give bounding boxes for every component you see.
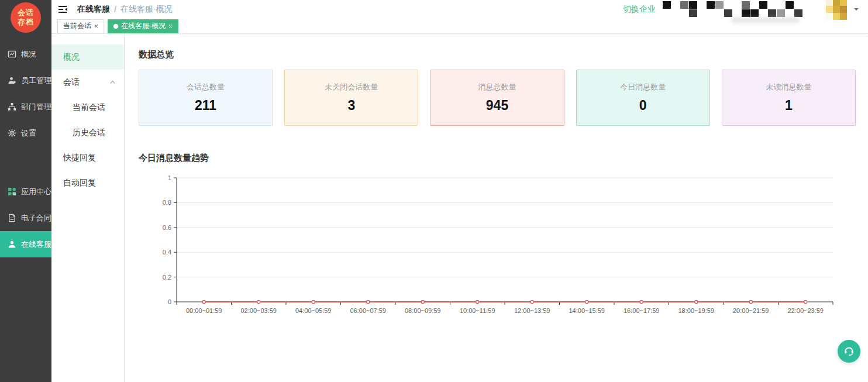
- tab-current-session[interactable]: 当前会话×: [57, 19, 104, 33]
- svg-text:16:00~17:59: 16:00~17:59: [624, 307, 659, 314]
- stat-cards: 会话总数量211未关闭会话数量3消息总数量945今日消息数量0未读消息数量1: [139, 70, 856, 126]
- stat-card-label: 会话总数量: [187, 82, 225, 92]
- sidebar-item-employee-management[interactable]: 员工管理: [0, 67, 51, 94]
- headset-icon: [843, 345, 855, 359]
- main-sidebar: 会话 存档 概况员工管理部门管理设置应用中心电子合同在线客服: [0, 0, 51, 382]
- svg-text:00:00~01:59: 00:00~01:59: [186, 307, 222, 314]
- sidebar-item-label: 设置: [21, 128, 36, 139]
- customer-service-fab[interactable]: [838, 340, 860, 363]
- nav-row: 在线客服 / 在线客服-概况 切换企业: [51, 0, 868, 18]
- main-content: 数据总览 会话总数量211未关闭会话数量3消息总数量945今日消息数量0未读消息…: [125, 34, 868, 382]
- submenu-item-label: 快捷回复: [63, 153, 96, 163]
- overview-section-title: 数据总览: [139, 49, 868, 60]
- stat-card-label: 未关闭会话数量: [325, 82, 378, 92]
- stat-card-value: 3: [347, 98, 355, 113]
- sidebar-item-overview[interactable]: 概况: [0, 41, 51, 67]
- breadcrumb-root[interactable]: 在线客服: [77, 4, 110, 15]
- svg-text:1: 1: [168, 174, 171, 181]
- avatar[interactable]: [826, 0, 847, 20]
- submenu-item-quick-reply[interactable]: 快捷回复: [51, 145, 124, 170]
- submenu-item-session[interactable]: 会话: [51, 70, 124, 95]
- tab-online-service-overview[interactable]: 在线客服-概况×: [108, 19, 178, 33]
- stat-card-label: 消息总数量: [478, 82, 516, 92]
- tab-label: 当前会话: [63, 21, 91, 31]
- sidebar-item-app-center[interactable]: 应用中心: [0, 178, 51, 205]
- svg-text:0.6: 0.6: [163, 224, 171, 231]
- svg-text:12:00~13:59: 12:00~13:59: [514, 307, 550, 314]
- svg-text:20:00~21:59: 20:00~21:59: [733, 307, 769, 314]
- employee-icon: [8, 76, 16, 85]
- stat-card-value: 1: [785, 98, 793, 113]
- dashboard-icon: [8, 50, 16, 58]
- logo-text-line1: 会话: [18, 8, 34, 18]
- svg-text:14:00~15:59: 14:00~15:59: [569, 307, 605, 314]
- apps-icon: [8, 187, 16, 196]
- sidebar-item-department-management[interactable]: 部门管理: [0, 94, 51, 120]
- stat-card-open-sessions: 未关闭会话数量3: [284, 70, 418, 126]
- svg-text:04:00~05:59: 04:00~05:59: [295, 307, 331, 314]
- sidebar-item-online-service[interactable]: 在线客服: [0, 231, 51, 257]
- svg-text:0.8: 0.8: [163, 199, 171, 206]
- breadcrumb: 在线客服 / 在线客服-概况: [77, 4, 173, 15]
- main-sidebar-nav: 概况员工管理部门管理设置应用中心电子合同在线客服: [0, 41, 51, 257]
- department-icon: [8, 102, 16, 111]
- sidebar-item-e-contract[interactable]: 电子合同: [0, 205, 51, 231]
- sidebar-item-label: 在线客服: [21, 239, 51, 250]
- stat-card-total-sessions: 会话总数量211: [139, 70, 273, 126]
- chart-svg: 00.20.40.60.8100:00~01:5902:00~03:5904:0…: [139, 168, 849, 316]
- sidebar-item-label: 部门管理: [21, 102, 51, 112]
- submenu-item-label: 会话: [63, 77, 80, 88]
- svg-text:22:00~23:59: 22:00~23:59: [788, 307, 824, 314]
- submenu-item-label: 历史会话: [73, 128, 105, 138]
- submenu-item-label: 自动回复: [63, 178, 96, 188]
- header-right: 切换企业: [623, 0, 859, 20]
- stat-card-today-messages: 今日消息数量0: [576, 70, 710, 126]
- top-header: 在线客服 / 在线客服-概况 切换企业 当前会话×在线客服-概况×: [51, 0, 868, 34]
- service-person-icon: [8, 240, 16, 249]
- submenu-item-label: 概况: [63, 52, 80, 63]
- svg-text:06:00~07:59: 06:00~07:59: [350, 307, 386, 314]
- stat-card-total-messages: 消息总数量945: [430, 70, 564, 126]
- active-tab-dot: [113, 24, 118, 29]
- contract-icon: [8, 214, 16, 222]
- svg-text:18:00~19:59: 18:00~19:59: [678, 307, 714, 314]
- sidebar-item-settings[interactable]: 设置: [0, 120, 51, 146]
- svg-text:0.4: 0.4: [163, 249, 171, 256]
- svg-text:0.2: 0.2: [163, 274, 171, 281]
- message-trend-chart: 00.20.40.60.8100:00~01:5902:00~03:5904:0…: [139, 168, 868, 318]
- sidebar-item-label: 概况: [21, 49, 36, 60]
- redaction-smudge: [732, 18, 799, 23]
- close-icon[interactable]: ×: [168, 22, 173, 30]
- submenu-item-overview[interactable]: 概况: [51, 44, 124, 70]
- gear-icon: [8, 129, 16, 137]
- submenu-item-label: 当前会话: [73, 102, 105, 113]
- submenu-item-auto-reply[interactable]: 自动回复: [51, 170, 124, 195]
- stat-card-value: 0: [639, 98, 647, 113]
- sidebar-item-label: 电子合同: [21, 213, 51, 223]
- menu-fold-icon[interactable]: [57, 4, 69, 15]
- sidebar-item-label: 员工管理: [21, 75, 51, 86]
- switch-company-link[interactable]: 切换企业: [623, 4, 656, 15]
- sidebar-item-label: 应用中心: [21, 187, 51, 197]
- secondary-sidebar: 概况会话当前会话历史会话快捷回复自动回复: [51, 34, 125, 382]
- svg-text:10:00~11:59: 10:00~11:59: [460, 307, 495, 314]
- app-logo[interactable]: 会话 存档: [11, 2, 41, 33]
- chevron-down-icon[interactable]: [854, 8, 859, 13]
- svg-text:0: 0: [168, 298, 171, 305]
- company-name-redacted: [663, 1, 802, 17]
- submenu-item-history-session[interactable]: 历史会话: [51, 120, 124, 145]
- chart-title: 今日消息数量趋势: [139, 153, 868, 164]
- close-icon[interactable]: ×: [94, 22, 98, 30]
- stat-card-value: 211: [195, 98, 216, 113]
- tab-label: 在线客服-概况: [121, 21, 166, 31]
- stat-card-unread-messages: 未读消息数量1: [722, 70, 856, 126]
- svg-text:08:00~09:59: 08:00~09:59: [405, 307, 440, 314]
- svg-text:02:00~03:59: 02:00~03:59: [241, 307, 277, 314]
- stat-card-label: 今日消息数量: [620, 82, 666, 92]
- logo-text-line2: 存档: [18, 18, 34, 27]
- stat-card-label: 未读消息数量: [766, 82, 811, 92]
- breadcrumb-current: 在线客服-概况: [120, 4, 173, 15]
- chevron-up-icon: [109, 79, 116, 85]
- breadcrumb-separator: /: [114, 5, 116, 14]
- submenu-item-current-session[interactable]: 当前会话: [51, 95, 124, 120]
